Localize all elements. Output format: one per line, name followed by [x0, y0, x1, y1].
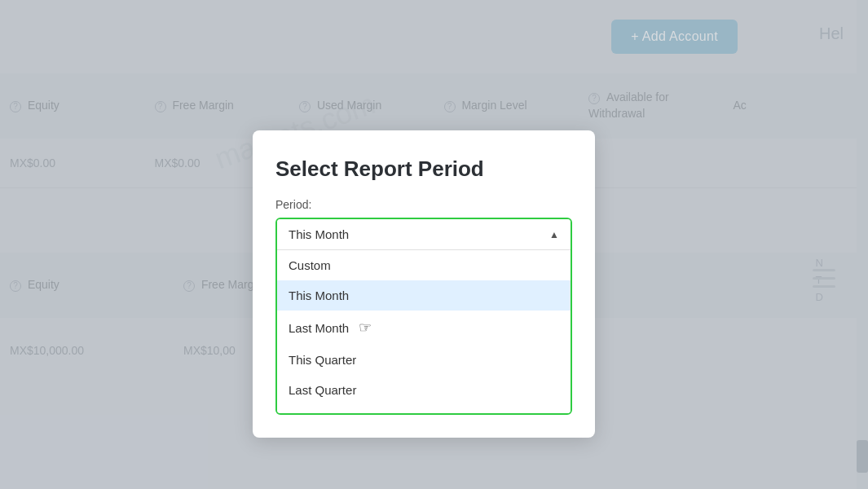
- select-current-value[interactable]: This Month ▲: [277, 219, 571, 250]
- option-this-quarter[interactable]: This Quarter: [277, 345, 571, 375]
- select-value-text: This Month: [289, 227, 349, 241]
- option-last-quarter[interactable]: Last Quarter: [277, 375, 571, 405]
- period-select-container[interactable]: This Month ▲ Custom This Month Last Mont…: [275, 218, 572, 415]
- dropdown-list[interactable]: Custom This Month Last Month ☞ This Quar…: [277, 250, 571, 413]
- modal-dialog: Select Report Period Period: This Month …: [253, 130, 595, 438]
- cursor-hand-icon: ☞: [359, 319, 372, 337]
- option-this-year[interactable]: This Year: [277, 405, 571, 413]
- option-custom[interactable]: Custom: [277, 250, 571, 280]
- modal-title: Select Report Period: [275, 156, 572, 182]
- select-arrow-icon: ▲: [549, 229, 559, 240]
- option-this-month[interactable]: This Month: [277, 280, 571, 311]
- period-label: Period:: [275, 198, 572, 211]
- option-last-month[interactable]: Last Month ☞: [277, 311, 571, 345]
